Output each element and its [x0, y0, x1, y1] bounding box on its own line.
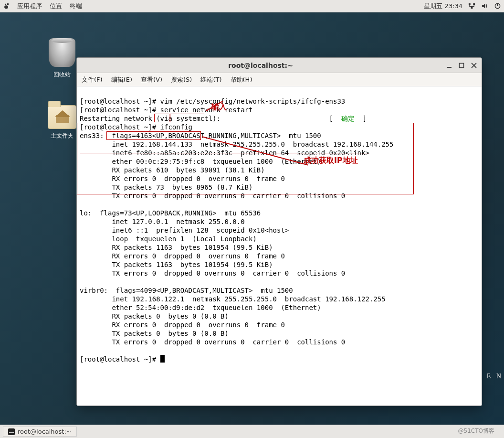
terminal-output[interactable]: [root@localhost ~]# vim /etc/sysconfig/n…: [77, 86, 482, 406]
term-line: [root@localhost ~]# service network rest…: [80, 106, 252, 114]
terminal-icon: [8, 428, 15, 435]
svg-point-1: [5, 3, 6, 5]
term-line: TX packets 0 bytes 0 (0.0 B): [80, 330, 229, 337]
taskbar-item-terminal[interactable]: root@localhost:~: [3, 427, 77, 437]
term-line: TX errors 0 dropped 0 overruns 0 carrier…: [80, 338, 345, 346]
menu-term[interactable]: 终端(T): [200, 75, 221, 84]
term-line: RX errors 0 dropped 0 overruns 0 frame 0: [80, 252, 285, 260]
term-bracket: ]: [355, 115, 367, 122]
menubar: 文件(F) 编辑(E) 查看(V) 搜索(S) 终端(T) 帮助(H): [77, 73, 482, 86]
minimize-button[interactable]: [445, 62, 453, 69]
terminal-window: root@localhost:~ 文件(F) 编辑(E) 查看(V) 搜索(S)…: [76, 57, 482, 406]
clock[interactable]: 星期五 23:34: [424, 2, 462, 11]
annotation-box-ifconfig-prefix: [154, 114, 169, 122]
titlebar[interactable]: root@localhost:~: [77, 58, 482, 73]
trash-icon: [49, 38, 75, 67]
menu-help[interactable]: 帮助(H): [231, 75, 252, 84]
term-line: RX packets 1163 bytes 101954 (99.5 KiB): [80, 244, 273, 251]
svg-rect-3: [469, 3, 471, 5]
annotation-ip-success: 成功获取IP地址: [304, 156, 358, 165]
term-line: lo: flags=73<UP,LOOPBACK,RUNNING> mtu 65…: [80, 209, 261, 217]
term-bracket: [: [329, 115, 341, 122]
home-label: 主文件夹: [43, 132, 81, 140]
annotation-input: 输入: [211, 103, 227, 111]
volume-icon[interactable]: [481, 2, 488, 10]
ok-text: 确定: [341, 115, 355, 122]
cursor: [160, 355, 165, 363]
menu-view[interactable]: 查看(V): [141, 75, 162, 84]
term-line: RX errors 0 dropped 0 overruns 0 frame 0: [80, 321, 285, 329]
svg-rect-9: [460, 63, 464, 67]
desktop-home[interactable]: 主文件夹: [43, 105, 81, 140]
menu-edit[interactable]: 编辑(E): [111, 75, 132, 84]
desktop-trash[interactable]: 回收站: [43, 38, 81, 79]
home-folder-icon: [48, 105, 76, 129]
term-line: loop txqueuelen 1 (Local Loopback): [80, 235, 257, 243]
menu-places[interactable]: 位置: [50, 2, 62, 11]
svg-point-0: [7, 3, 9, 5]
power-icon[interactable]: [494, 2, 501, 10]
maximize-button[interactable]: [458, 62, 465, 69]
menu-apps[interactable]: 应用程序: [17, 2, 42, 11]
close-button[interactable]: [470, 62, 478, 69]
term-line: TX packets 1163 bytes 101954 (99.5 KiB): [80, 261, 273, 268]
term-line: TX errors 0 dropped 0 overruns 0 carrier…: [80, 269, 345, 277]
menu-file[interactable]: 文件(F): [82, 75, 103, 84]
term-line: inet 127.0.0.1 netmask 255.0.0.0: [80, 218, 245, 225]
window-title: root@localhost:~: [81, 62, 441, 69]
side-fragment: E N: [487, 373, 503, 380]
network-icon[interactable]: [468, 2, 475, 10]
menu-terminal[interactable]: 终端: [70, 2, 82, 11]
watermark: @51CTO博客: [458, 427, 494, 435]
term-prompt: [root@localhost ~]#: [80, 355, 160, 363]
term-line: virbr0: flags=4099<UP,BROADCAST,MULTICAS…: [80, 287, 293, 294]
taskbar: root@localhost:~: [0, 425, 504, 438]
annotation-box-ifconfig: [170, 114, 204, 122]
gnome-foot-icon: [3, 3, 10, 10]
taskbar-item-label: root@localhost:~: [18, 428, 72, 435]
svg-point-2: [4, 5, 8, 9]
trash-label: 回收站: [43, 71, 81, 79]
term-line: inet 192.168.122.1 netmask 255.255.255.0…: [80, 295, 386, 303]
annotation-box-ip: [106, 131, 201, 140]
term-line: ether 52:54:00:d9:de:d2 txqueuelen 1000 …: [80, 304, 321, 311]
top-panel: 应用程序 位置 终端 星期五 23:34: [0, 0, 504, 12]
term-line: inet6 ::1 prefixlen 128 scopeid 0x10<hos…: [80, 226, 289, 234]
menu-search[interactable]: 搜索(S): [171, 75, 192, 84]
svg-rect-4: [473, 3, 475, 5]
term-line: RX packets 0 bytes 0 (0.0 B): [80, 312, 229, 320]
